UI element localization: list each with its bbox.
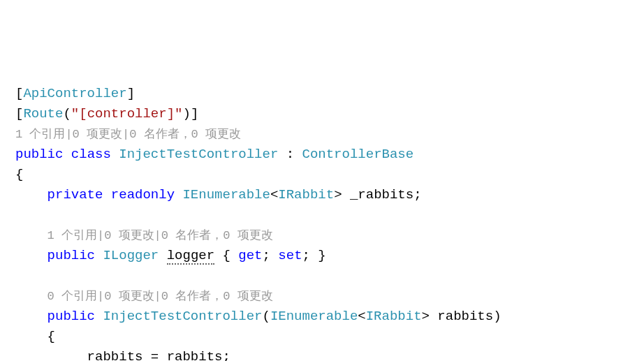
semicolon: ; — [222, 349, 230, 361]
bracket-close: ] — [191, 106, 198, 121]
code-line: public InjectTestController(IEnumerable<… — [15, 307, 644, 327]
code-line: public ILogger logger { get; set; } — [15, 246, 644, 266]
code-editor[interactable]: [ApiController][Route("[controller]")]1 … — [15, 84, 644, 361]
type-irabbit: IRabbit — [278, 187, 334, 202]
attribute-type: ApiController — [23, 86, 126, 101]
property-logger: logger — [167, 248, 214, 265]
bracket-open: [ — [15, 106, 23, 121]
codelens-text: 1 个引用|0 项更改|0 名作者，0 项更改 — [47, 229, 273, 242]
codelens-text: 0 个引用|0 项更改|0 名作者，0 项更改 — [47, 290, 273, 303]
identifier-rabbits: rabbits — [167, 349, 223, 361]
code-line: [Route("[controller]")] — [15, 104, 644, 124]
paren-close: ) — [182, 106, 190, 121]
codelens-line[interactable]: 1 个引用|0 项更改|0 名作者，0 项更改 — [15, 124, 644, 145]
keyword-set: set — [278, 248, 302, 263]
class-name: InjectTestController — [119, 147, 278, 162]
keyword-readonly: readonly — [111, 187, 175, 202]
string-literal: "[controller]" — [71, 106, 183, 121]
keyword-get: get — [238, 248, 262, 263]
keyword-public: public — [47, 309, 95, 324]
angle-close: > — [334, 187, 342, 202]
angle-close: > — [422, 309, 430, 324]
bracket-close: ] — [127, 86, 135, 101]
paren-open: ( — [63, 106, 71, 121]
type-ienumerable: IEnumerable — [270, 309, 358, 324]
constructor-name: InjectTestController — [103, 309, 262, 324]
attribute-type: Route — [23, 106, 63, 121]
codelens-text: 1 个引用|0 项更改|0 名作者，0 项更改 — [15, 128, 241, 141]
brace-open: { — [15, 167, 23, 182]
keyword-public: public — [47, 248, 95, 263]
type-ienumerable: IEnumerable — [182, 187, 270, 202]
equals: = — [142, 349, 166, 361]
type-irabbit: IRabbit — [366, 309, 422, 324]
code-line: { — [15, 327, 644, 347]
field-rabbits: _rabbits — [342, 187, 414, 202]
colon: : — [278, 147, 302, 162]
brace-close: ; } — [302, 248, 326, 263]
paren-open: ( — [262, 309, 270, 324]
field-rabbits: _rabbits — [79, 349, 142, 361]
separator: ; — [263, 248, 279, 263]
paren-close: ) — [493, 309, 501, 324]
type-ilogger: ILogger — [103, 248, 159, 263]
angle-open: < — [270, 187, 278, 202]
keyword-class: class — [71, 147, 111, 162]
keyword-private: private — [47, 187, 103, 202]
blank-line — [15, 205, 644, 226]
param-rabbits: rabbits — [430, 309, 493, 324]
brace-open: { — [47, 329, 55, 344]
blank-line — [15, 266, 644, 286]
codelens-line[interactable]: 1 个引用|0 项更改|0 名作者，0 项更改 — [15, 226, 644, 246]
code-line: { — [15, 165, 644, 185]
code-line: _rabbits = rabbits; — [15, 347, 644, 361]
code-line: private readonly IEnumerable<IRabbit> _r… — [15, 185, 644, 205]
angle-open: < — [358, 309, 365, 324]
code-line: [ApiController] — [15, 84, 644, 104]
brace-open: { — [214, 248, 238, 263]
semicolon: ; — [414, 187, 421, 202]
bracket-open: [ — [15, 86, 23, 101]
base-class: ControllerBase — [302, 147, 414, 162]
codelens-line[interactable]: 0 个引用|0 项更改|0 名作者，0 项更改 — [15, 286, 644, 307]
code-line: public class InjectTestController : Cont… — [15, 145, 644, 165]
keyword-public: public — [15, 147, 63, 162]
